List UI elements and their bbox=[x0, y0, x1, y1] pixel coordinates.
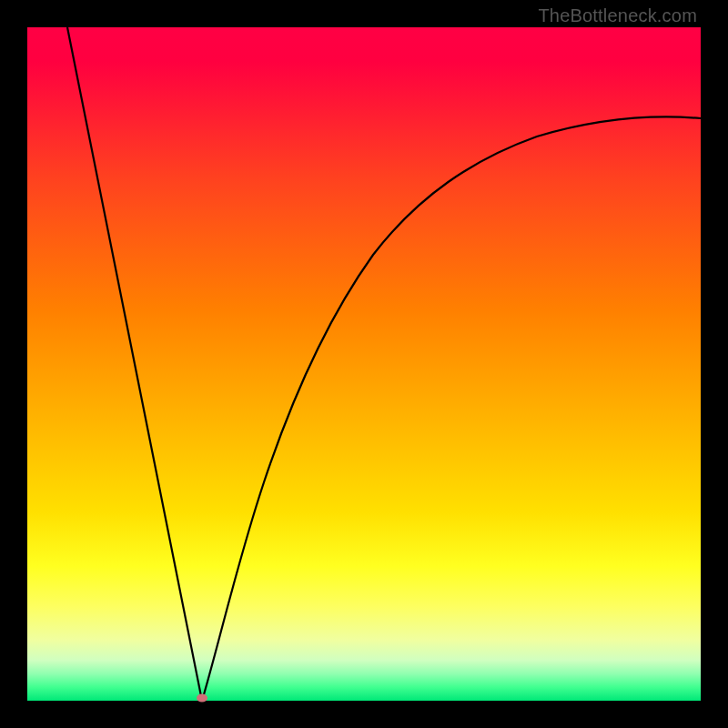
curve-path bbox=[67, 27, 701, 701]
bottleneck-curve bbox=[27, 27, 701, 701]
plot-area bbox=[27, 27, 701, 701]
minimum-marker bbox=[197, 694, 207, 703]
watermark-text: TheBottleneck.com bbox=[538, 5, 697, 26]
